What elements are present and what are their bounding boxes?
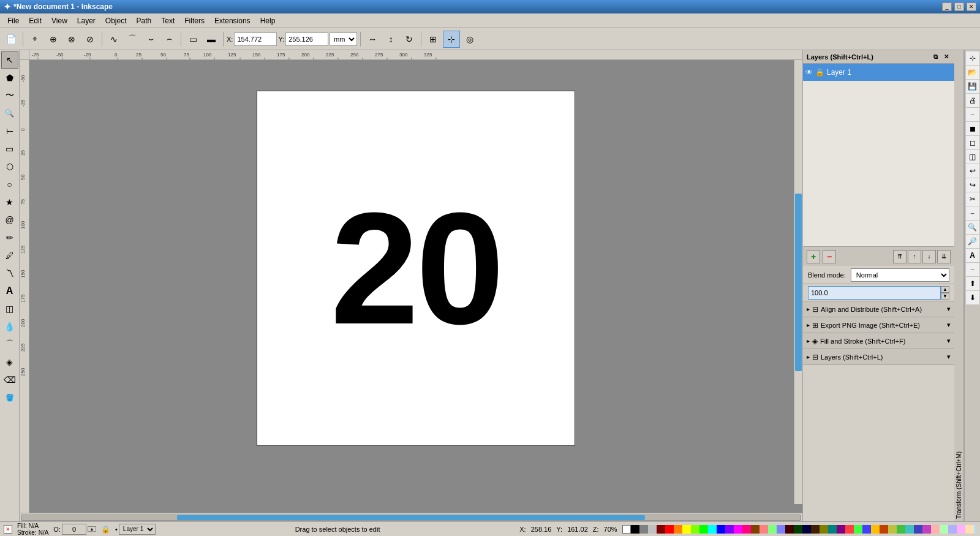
measure-tool-btn[interactable]: ⊢	[1, 123, 18, 140]
no-fill-swatch[interactable]	[4, 525, 12, 534]
swatch-green[interactable]	[699, 525, 708, 534]
swatch-royalblue[interactable]	[862, 525, 871, 534]
unit-select[interactable]: mm px in pt	[330, 32, 357, 46]
menu-file[interactable]: File	[2, 15, 24, 26]
opacity-status-up[interactable]: ▲	[88, 526, 96, 532]
layer-to-top-button[interactable]: ⇈	[893, 250, 907, 263]
add-layer-button[interactable]: +	[807, 250, 820, 263]
rounded-rect-btn[interactable]: ▬	[203, 31, 220, 48]
menu-extensions[interactable]: Extensions	[209, 15, 255, 26]
spray-tool-btn[interactable]: ◈	[1, 353, 18, 371]
minimize-button[interactable]: _	[942, 2, 952, 11]
swatch-orange[interactable]	[674, 525, 682, 534]
side-icon-fill[interactable]: ◼	[966, 122, 979, 135]
swatch-darkred[interactable]	[785, 525, 794, 534]
swatch-lightpink[interactable]	[931, 525, 940, 534]
v-scrollbar-thumb[interactable]	[795, 194, 802, 371]
swatch-lightblue[interactable]	[948, 525, 957, 534]
new-button[interactable]: 📄	[2, 31, 20, 48]
side-icon-gradient[interactable]: ◫	[966, 150, 979, 164]
side-icon-open[interactable]: 📂	[966, 66, 979, 79]
layer-down-button[interactable]: ↓	[922, 250, 936, 263]
swatch-black[interactable]	[631, 525, 639, 534]
layer-lock-icon[interactable]: 🔒	[815, 68, 824, 77]
transform-btn-4[interactable]: ⊘	[81, 31, 99, 48]
layer-up-button[interactable]: ↑	[908, 250, 921, 263]
ellipse-tool-btn[interactable]: ○	[1, 176, 18, 193]
side-icon-zoom-in[interactable]: 🔍	[966, 221, 979, 234]
zoom-fit-btn[interactable]: ⊞	[424, 31, 442, 48]
swatch-darkgreen[interactable]	[794, 525, 802, 534]
h-scrollbar-track[interactable]	[21, 515, 801, 521]
menu-help[interactable]: Help	[255, 15, 281, 26]
menu-object[interactable]: Object	[100, 15, 132, 26]
pencil-tool-btn[interactable]: ✏	[1, 229, 18, 246]
panel-duplicate-icon[interactable]: ⧉	[931, 53, 940, 61]
spiral-tool-btn[interactable]: @	[1, 211, 18, 228]
side-icon-print[interactable]: 🖨	[966, 94, 979, 107]
menu-filters[interactable]: Filters	[179, 15, 209, 26]
swatch-mint[interactable]	[768, 525, 777, 534]
side-icon-export[interactable]: ⬆	[966, 277, 979, 290]
fill-stroke-panel[interactable]: ▸ ◈ Fill and Stroke (Shift+Ctrl+F) ▾	[803, 333, 954, 349]
swatch-maroon[interactable]	[657, 525, 665, 534]
side-icon-save[interactable]: 💾	[966, 80, 979, 93]
menu-view[interactable]: View	[47, 15, 72, 26]
swatch-lime[interactable]	[691, 525, 699, 534]
side-icon-zoom-out[interactable]: 🔎	[966, 235, 979, 248]
curve-btn-4[interactable]: ⌢	[160, 31, 178, 48]
swatch-springgreen[interactable]	[854, 525, 862, 534]
x-input[interactable]	[234, 32, 277, 46]
swatch-salmon[interactable]	[760, 525, 768, 534]
remove-layer-button[interactable]: −	[823, 250, 836, 263]
side-icon-cut[interactable]: ✂	[966, 192, 979, 206]
h-scrollbar[interactable]	[20, 513, 802, 521]
snap-options-btn[interactable]: ◎	[461, 31, 478, 48]
layers-collapsible-panel[interactable]: ▸ ⊟ Layers (Shift+Ctrl+L) ▾	[803, 349, 954, 365]
swatch-brown[interactable]	[751, 525, 760, 534]
curve-btn-1[interactable]: ∿	[105, 31, 123, 48]
dropper-tool-btn[interactable]: 💧	[1, 318, 18, 335]
close-button[interactable]: ✕	[967, 2, 976, 11]
swatch-khaki[interactable]	[888, 525, 897, 534]
swatch-red[interactable]	[665, 525, 674, 534]
swatch-chocolate[interactable]	[811, 525, 820, 534]
transform-btn-3[interactable]: ⊗	[63, 31, 80, 48]
swatch-silver[interactable]	[648, 525, 657, 534]
swatch-purple[interactable]	[725, 525, 734, 534]
swatch-lightpurple[interactable]	[957, 525, 965, 534]
side-icon-stroke[interactable]: ◻	[966, 136, 979, 149]
layer-row[interactable]: 👁 🔒 Layer 1	[803, 64, 954, 81]
swatch-skyblue[interactable]	[974, 525, 976, 534]
blend-mode-select[interactable]: Normal Multiply Screen Overlay	[851, 268, 949, 282]
swatch-darkblue[interactable]	[802, 525, 811, 534]
layer-visibility-icon[interactable]: 👁	[805, 68, 813, 77]
swatch-white[interactable]	[622, 525, 631, 534]
lock-icon[interactable]: 🔒	[101, 525, 110, 534]
select-tool-btn[interactable]: ↖	[1, 51, 18, 69]
layer-to-bottom-button[interactable]: ⇊	[937, 250, 951, 263]
swatch-medblue[interactable]	[914, 525, 922, 534]
opacity-down-button[interactable]: ▼	[941, 293, 949, 300]
gradient-tool-btn[interactable]: ◫	[1, 300, 18, 317]
swatch-blue[interactable]	[717, 525, 725, 534]
calligraphy-tool-btn[interactable]: 〽	[1, 265, 18, 282]
swatch-cyan[interactable]	[708, 525, 717, 534]
tweak-tool-btn[interactable]: 〜	[1, 87, 18, 104]
zoom-tool-btn[interactable]: 🔍	[1, 105, 18, 122]
eraser-tool-btn[interactable]: ⌫	[1, 371, 18, 388]
transform-btn-1[interactable]: ⌖	[26, 31, 43, 48]
swatch-medcyan[interactable]	[905, 525, 914, 534]
star-tool-btn[interactable]: ★	[1, 194, 18, 211]
swatch-magenta[interactable]	[734, 525, 742, 534]
align-distribute-panel[interactable]: ▸ ⊟ Align and Distribute (Shift+Ctrl+A) …	[803, 301, 954, 317]
curve-btn-2[interactable]: ⌒	[124, 31, 141, 48]
h-scrollbar-thumb[interactable]	[177, 515, 644, 520]
opacity-input[interactable]	[808, 286, 941, 300]
canvas-scroll[interactable]: 20	[29, 60, 802, 513]
rotate-btn[interactable]: ↻	[401, 31, 418, 48]
side-icon-undo[interactable]: ↩	[966, 164, 979, 178]
side-icon-import[interactable]: ⬇	[966, 291, 979, 304]
rect-btn[interactable]: ▭	[184, 31, 202, 48]
swatch-coral[interactable]	[845, 525, 854, 534]
